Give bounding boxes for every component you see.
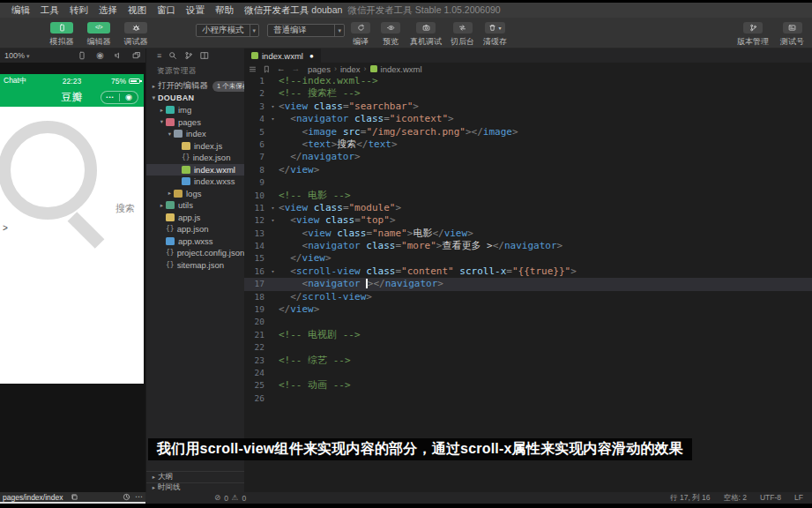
code-line-10[interactable]: 10<!-- 电影 --> [244, 190, 812, 202]
history-icon[interactable] [123, 493, 130, 501]
sidebar-section-大纲[interactable]: ▸大纲 [146, 471, 244, 482]
tree-item-index.wxml[interactable]: index.wxml [146, 164, 244, 176]
menu-item[interactable]: 帮助 [210, 4, 239, 17]
tree-item-utils[interactable]: ▸utils [146, 199, 244, 212]
branch-icon[interactable] [184, 51, 193, 60]
search-image-ring[interactable] [0, 121, 97, 220]
phone-toggle-button[interactable]: 模拟器 [48, 22, 75, 48]
code-editor[interactable]: 1<!--index.wxml-->2<!-- 搜索栏 -->3▾<view c… [244, 75, 812, 492]
menu-item[interactable]: 微信开发者工具 [239, 4, 315, 17]
debug-toggle-button[interactable]: 调试器 [123, 22, 149, 48]
problems-indicator[interactable]: ⊘ 0 ⚠ 0 [214, 494, 246, 503]
compile-mode-select[interactable]: 普通编译 ▾ [267, 24, 345, 37]
eye-button[interactable]: 预览 [380, 22, 401, 48]
breadcrumb-item[interactable]: index.wxml [381, 64, 422, 74]
tree-item-index.wxss[interactable]: index.wxss [146, 176, 244, 188]
status-segment[interactable]: LF [794, 493, 803, 504]
tree-item-project.config.json[interactable]: {}project.config.json [146, 247, 244, 259]
menu-item[interactable]: 设置 [181, 4, 210, 17]
code-line-25[interactable]: 25<!-- 动画 --> [244, 379, 812, 392]
branch-button[interactable]: 版本管理 [737, 22, 769, 48]
menu-item[interactable]: 视图 [123, 4, 152, 17]
sidebar-section-时间线[interactable]: ▸时间线 [146, 482, 244, 493]
tree-item-img[interactable]: ▸img [146, 104, 244, 116]
menu-bar: 编辑工具转到选择视图窗口设置帮助微信开发者工具 douban微信开发者工具 St… [0, 3, 812, 18]
tree-item-app.js[interactable]: app.js [146, 212, 244, 224]
status-segment[interactable]: 空格: 2 [724, 493, 747, 504]
tree-item-app.wxss[interactable]: app.wxss [146, 235, 244, 248]
menu-item[interactable]: 选择 [93, 4, 123, 17]
camera-button[interactable]: 真机调试 [410, 22, 442, 48]
code-line-23[interactable]: 23<!-- 综艺 --> [244, 355, 812, 367]
code-line-14[interactable]: 14 <navigator class="more">查看更多 ></navig… [244, 240, 812, 252]
code-line-1[interactable]: 1<!--index.wxml--> [244, 75, 812, 87]
code-line-18[interactable]: 18 </scroll-view> [244, 291, 812, 303]
code-line-13[interactable]: 13 <view class="name">电影</view> [244, 228, 812, 240]
code-line-26[interactable]: 26 [244, 392, 812, 405]
code-line-17[interactable]: 17 <navigator ></navigator> [244, 278, 812, 290]
code-line-7[interactable]: 7 </navigator> [244, 151, 812, 163]
tree-item-app.json[interactable]: {}app.json [146, 223, 244, 235]
tree-item-douban[interactable]: ▾DOUBAN [146, 93, 244, 105]
tree-item-index.js[interactable]: index.js [146, 140, 244, 153]
more-dots-icon[interactable]: ⋯ [135, 493, 143, 501]
code-line-15[interactable]: 15 </view> [244, 252, 812, 265]
breadcrumb-item[interactable]: pages [308, 64, 331, 74]
swap-button[interactable]: 切后台 [451, 22, 474, 48]
search-icon[interactable] [168, 51, 177, 60]
tree-item-pages[interactable]: ▾pages [146, 116, 244, 129]
bookmark-icon[interactable] [263, 65, 271, 73]
windows-icon[interactable] [132, 51, 141, 60]
more-dots-icon[interactable]: ••• [101, 94, 119, 100]
tree-item-sitemap.json[interactable]: {}sitemap.json [146, 259, 244, 272]
code-line-8[interactable]: 8</view> [244, 164, 812, 176]
tab-index-wxml[interactable]: index.wxml ● [244, 49, 321, 63]
code-line-21[interactable]: 21<!-- 电视剧 --> [244, 329, 812, 341]
code-toggle-button[interactable]: </>编辑器 [86, 22, 112, 48]
code-line-5[interactable]: 5 <image src="/img/search.png"></image> [244, 126, 812, 138]
list-icon[interactable]: ≡ [157, 52, 161, 60]
fold-chevron-icon: ▾ [267, 265, 279, 278]
code-line-22[interactable]: 22 [244, 341, 812, 354]
menu-item[interactable]: 转到 [64, 4, 93, 17]
sound-icon[interactable] [114, 51, 123, 60]
record-icon[interactable]: ◉ [96, 51, 104, 60]
code-line-20[interactable]: 20 [244, 316, 812, 328]
code-line-9[interactable]: 9 [244, 176, 812, 189]
menu-item[interactable]: 窗口 [152, 4, 181, 17]
split-icon[interactable] [200, 51, 209, 60]
menu-item[interactable]: 工具 [35, 4, 64, 17]
idcard-button[interactable]: 测试号 [780, 22, 804, 48]
code-line-3[interactable]: 3▾<view class="searchbar"> [244, 101, 812, 113]
copy-path-icon[interactable] [71, 493, 78, 501]
menu-item[interactable]: 编辑 [6, 4, 35, 17]
tree-item-logs[interactable]: ▸logs [146, 188, 244, 200]
back-arrow-icon[interactable]: ← [277, 64, 286, 73]
exit-capsule-icon[interactable]: ◉ [120, 93, 138, 101]
refresh-button[interactable]: 编译 [350, 22, 371, 48]
modified-dot-icon[interactable]: ● [309, 52, 314, 60]
code-line-19[interactable]: 19</view> [244, 303, 812, 316]
open-editors-section[interactable]: ▸ 打开的编辑器 1 个未保存 [146, 80, 244, 93]
forward-arrow-icon[interactable]: → [292, 64, 301, 73]
status-segment[interactable]: UTF-8 [760, 493, 781, 504]
trash-button[interactable]: ▾清缓存 [483, 22, 507, 48]
code-line-16[interactable]: 16▾ <scroll-view class="content" scroll-… [244, 265, 812, 278]
code-line-12[interactable]: 12▾ <view class="top"> [244, 214, 812, 227]
tree-item-index.json[interactable]: {}index.json [146, 152, 244, 164]
outline-icon[interactable] [249, 65, 257, 73]
zoom-select[interactable]: 100%▾ [4, 51, 30, 60]
search-text[interactable]: 搜索 [115, 202, 135, 215]
breadcrumb-item[interactable]: index [340, 64, 361, 74]
code-line-24[interactable]: 24 [244, 367, 812, 379]
capsule-menu[interactable]: ••• ◉ [101, 91, 138, 104]
refresh-icon [357, 24, 365, 32]
code-line-4[interactable]: 4▾ <navigator class="icontext"> [244, 113, 812, 125]
code-line-6[interactable]: 6 <text>搜索</text> [244, 138, 812, 151]
code-line-11[interactable]: 11▾<view class="module"> [244, 202, 812, 214]
code-line-2[interactable]: 2<!-- 搜索栏 --> [244, 87, 812, 100]
mode-select[interactable]: 小程序模式 ▾ [196, 24, 259, 37]
status-segment[interactable]: 行 17, 列 16 [670, 493, 710, 504]
device-icon[interactable] [78, 51, 86, 60]
tree-item-index[interactable]: ▾index [146, 128, 244, 140]
